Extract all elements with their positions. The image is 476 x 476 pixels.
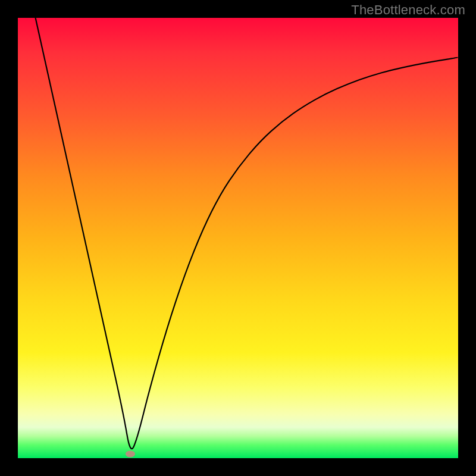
bottleneck-curve [18,18,458,458]
watermark-text: TheBottleneck.com [351,2,465,18]
curve-path [36,18,458,449]
chart-frame: TheBottleneck.com [0,0,476,476]
minimum-marker [126,450,135,457]
